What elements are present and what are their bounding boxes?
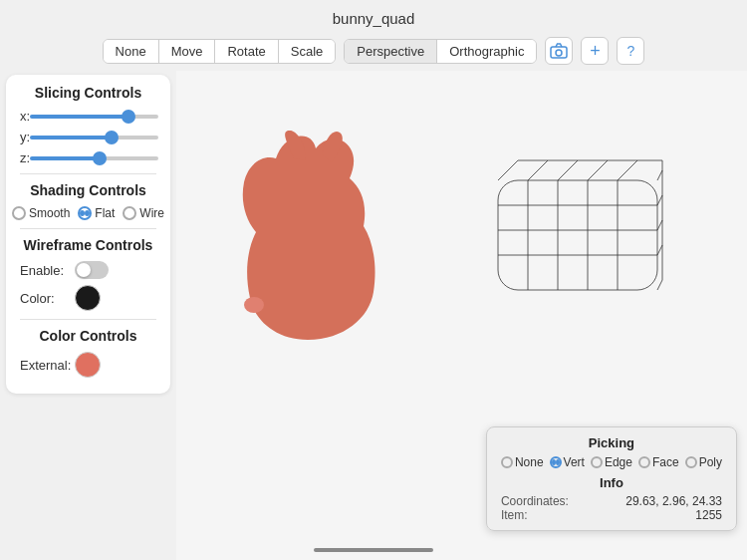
z-slider-row: z:	[20, 150, 156, 165]
help-icon-button[interactable]: ?	[617, 37, 644, 65]
y-label: y:	[20, 130, 30, 144]
bottom-bar	[314, 548, 433, 552]
viewport[interactable]: Picking None Vert Edge Face	[176, 71, 747, 560]
svg-line-19	[657, 220, 662, 230]
shading-smooth-option[interactable]: Smooth	[12, 206, 70, 220]
external-color-swatch[interactable]	[75, 352, 101, 378]
picking-poly-radio[interactable]	[685, 456, 697, 468]
bunny-model	[226, 131, 390, 354]
flat-radio[interactable]	[78, 206, 92, 220]
picking-none-label: None	[515, 455, 544, 469]
picking-title: Picking	[501, 435, 722, 450]
flat-label: Flat	[95, 206, 115, 220]
view-orthographic-button[interactable]: Orthographic	[437, 40, 536, 63]
svg-line-12	[528, 160, 548, 180]
external-label: External:	[20, 358, 75, 373]
wireframe-enable-row: Enable:	[20, 261, 156, 279]
svg-line-21	[657, 280, 662, 290]
wire-label: Wire	[139, 206, 164, 220]
picking-edge-radio[interactable]	[591, 456, 603, 468]
picking-panel: Picking None Vert Edge Face	[486, 426, 737, 531]
picking-none-option[interactable]: None	[501, 455, 544, 469]
picking-face-radio[interactable]	[638, 456, 650, 468]
wireframe-controls-title: Wireframe Controls	[20, 237, 156, 253]
svg-point-1	[556, 50, 562, 56]
external-color-row: External:	[20, 352, 156, 378]
color-label: Color:	[20, 291, 75, 306]
item-label: Item:	[501, 508, 528, 522]
enable-label: Enable:	[20, 263, 75, 278]
picking-face-option[interactable]: Face	[638, 455, 679, 469]
toolbar: None Move Rotate Scale Perspective Ortho…	[0, 33, 747, 71]
color-controls-title: Color Controls	[20, 328, 156, 344]
picking-vert-option[interactable]: Vert	[550, 455, 585, 469]
camera-icon-button[interactable]	[545, 37, 573, 65]
toggle-knob	[77, 263, 91, 277]
picking-none-radio[interactable]	[501, 456, 513, 468]
picking-edge-label: Edge	[605, 455, 632, 469]
transform-rotate-button[interactable]: Rotate	[215, 40, 278, 63]
picking-edge-option[interactable]: Edge	[591, 455, 632, 469]
picking-poly-option[interactable]: Poly	[685, 455, 722, 469]
picking-vert-radio[interactable]	[550, 456, 562, 468]
transform-scale-button[interactable]: Scale	[279, 40, 336, 63]
item-row: Item: 1255	[501, 508, 722, 522]
smooth-radio[interactable]	[12, 206, 26, 220]
svg-line-15	[618, 160, 637, 180]
item-value: 1255	[695, 508, 722, 522]
coordinates-label: Coordinates:	[501, 494, 569, 508]
wireframe-color-row: Color:	[20, 285, 156, 311]
view-group: Perspective Orthographic	[344, 39, 537, 64]
transform-group: None Move Rotate Scale	[103, 39, 337, 64]
svg-line-13	[558, 160, 578, 180]
svg-line-11	[498, 160, 518, 180]
slicing-controls-title: Slicing Controls	[20, 85, 156, 101]
wire-radio[interactable]	[123, 206, 136, 220]
coordinates-value: 29.63, 2.96, 24.33	[625, 494, 722, 508]
smooth-label: Smooth	[29, 206, 70, 220]
picking-vert-label: Vert	[564, 455, 585, 469]
help-icon: ?	[626, 43, 634, 59]
info-title: Info	[501, 475, 722, 490]
svg-rect-3	[498, 180, 657, 290]
page-title: bunny_quad	[333, 10, 415, 27]
picking-face-label: Face	[652, 455, 679, 469]
svg-line-16	[657, 170, 662, 180]
shading-controls-title: Shading Controls	[20, 182, 156, 198]
y-slider[interactable]	[30, 136, 158, 140]
shading-wire-option[interactable]: Wire	[123, 206, 164, 220]
left-panel: Slicing Controls x: y: z: Shading Contro…	[6, 75, 170, 394]
shading-flat-option[interactable]: Flat	[78, 206, 115, 220]
y-slider-row: y:	[20, 130, 156, 144]
x-label: x:	[20, 109, 30, 124]
add-icon: +	[590, 41, 601, 62]
wireframe-color-swatch[interactable]	[75, 285, 101, 311]
shading-radio-group: Smooth Flat Wire	[20, 206, 156, 220]
svg-line-18	[657, 195, 662, 205]
svg-line-20	[657, 245, 662, 255]
view-perspective-button[interactable]: Perspective	[345, 40, 437, 63]
coordinates-row: Coordinates: 29.63, 2.96, 24.33	[501, 494, 722, 508]
add-icon-button[interactable]: +	[581, 37, 609, 65]
picking-poly-label: Poly	[699, 455, 722, 469]
svg-point-2	[244, 297, 264, 313]
z-label: z:	[20, 150, 30, 165]
wireframe-toggle[interactable]	[75, 261, 109, 279]
picking-radio-group: None Vert Edge Face Poly	[501, 455, 722, 469]
x-slider-row: x:	[20, 109, 156, 124]
transform-move-button[interactable]: Move	[159, 40, 216, 63]
x-slider[interactable]	[30, 115, 158, 119]
z-slider[interactable]	[30, 156, 158, 160]
transform-none-button[interactable]: None	[104, 40, 159, 63]
wireframe-model	[488, 150, 667, 314]
svg-line-14	[588, 160, 608, 180]
